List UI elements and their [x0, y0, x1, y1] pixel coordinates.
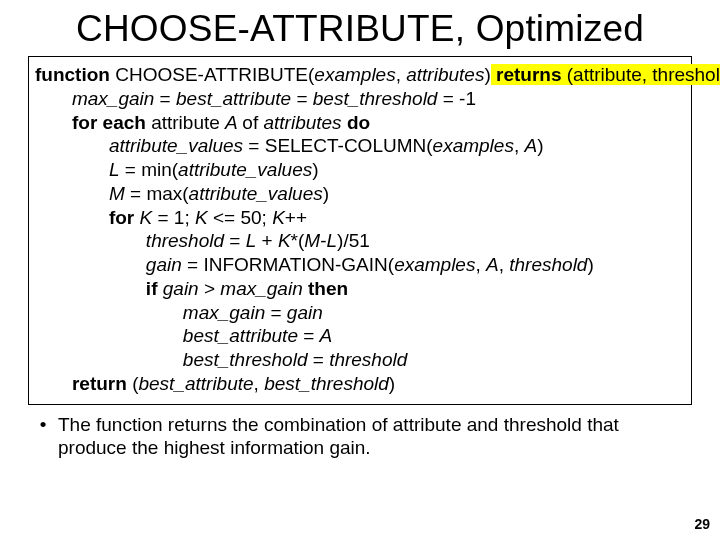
slide: CHOOSE-ATTRIBUTE, Optimized function CHO… — [0, 0, 720, 540]
code-line: attribute_values = SELECT-COLUMN(example… — [35, 134, 681, 158]
page-number: 29 — [694, 516, 710, 532]
code-line: return (best_attribute, best_threshold) — [35, 372, 681, 396]
code-line: max_gain = best_attribute = best_thresho… — [35, 87, 681, 111]
code-line: function CHOOSE-ATTRIBUTE(examples, attr… — [35, 63, 681, 87]
code-line: L = min(attribute_values) — [35, 158, 681, 182]
code-line: best_threshold = threshold — [35, 348, 681, 372]
code-line: if gain > max_gain then — [35, 277, 681, 301]
bullet-dot: • — [28, 413, 58, 461]
code-line: best_attribute = A — [35, 324, 681, 348]
code-line: threshold = L + K*(M-L)/51 — [35, 229, 681, 253]
code-line: gain = INFORMATION-GAIN(examples, A, thr… — [35, 253, 681, 277]
page-title: CHOOSE-ATTRIBUTE, Optimized — [28, 8, 692, 50]
bullet-text: The function returns the combination of … — [58, 413, 692, 461]
code-line: M = max(attribute_values) — [35, 182, 681, 206]
code-line: for each attribute A of attributes do — [35, 111, 681, 135]
bullet-item: • The function returns the combination o… — [28, 413, 692, 461]
code-line: for K = 1; K <= 50; K++ — [35, 206, 681, 230]
code-line: max_gain = gain — [35, 301, 681, 325]
pseudocode-box: function CHOOSE-ATTRIBUTE(examples, attr… — [28, 56, 692, 405]
